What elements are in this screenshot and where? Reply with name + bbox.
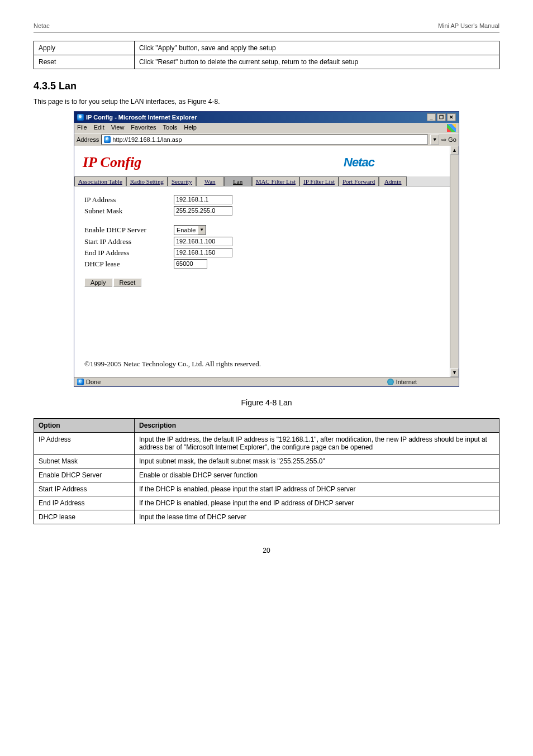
apply-button[interactable]: Apply [84,278,112,287]
page-number: 20 [34,547,499,554]
form-area: IP Address 192.168.1.1 Subnet Mask 255.2… [74,186,450,354]
start-ip-input[interactable]: 192.168.1.100 [174,237,232,246]
tab-radio-setting[interactable]: Radio Setting [126,176,168,186]
tab-security[interactable]: Security [168,176,196,186]
table-header: Description [135,419,499,433]
tab-bar: Association Table Radio Setting Security… [74,176,450,186]
minimize-button[interactable]: _ [427,113,436,121]
ip-address-label: IP Address [84,195,174,204]
address-dropdown-icon[interactable]: ▼ [430,135,439,145]
table-cell: Input the IP address, the default IP add… [135,433,499,454]
table-header: Option [34,419,135,433]
section-title: 4.3.5 Lan [34,80,499,92]
table-cell: Click "Reset" button to delete the curre… [135,55,499,69]
header-right: Mini AP User's Manual [438,22,499,29]
table-cell: IP Address [34,433,135,454]
close-button[interactable]: ✕ [447,113,456,121]
status-page-icon [77,379,84,385]
page-header: Netac Mini AP User's Manual [34,22,499,29]
maximize-button[interactable]: ❐ [437,113,446,121]
tab-association-table[interactable]: Association Table [74,176,126,186]
tab-mac-filter[interactable]: MAC Filter List [252,176,300,186]
vertical-scrollbar[interactable]: ▲ ▼ [450,146,459,377]
table-cell: If the DHCP is enabled, please input the… [135,482,499,496]
chevron-down-icon: ▼ [198,226,206,235]
tab-wan[interactable]: Wan [196,176,224,186]
table-cell: End IP Address [34,496,135,510]
scroll-up-icon[interactable]: ▲ [450,146,459,155]
table-cell: Enable DHCP Server [34,468,135,482]
table-cell: If the DHCP is enabled, please input the… [135,496,499,510]
page-icon [104,136,111,143]
page-title: IP Config [83,154,141,171]
status-zone: Internet [396,379,417,385]
dhcp-enable-label: Enable DHCP Server [84,226,174,235]
header-rule [34,32,499,32]
figure-caption: Figure 4-8 Lan [34,398,499,407]
go-label: Go [448,136,456,143]
windows-logo-icon [447,124,456,132]
table-cell: Apply [34,41,135,55]
dhcp-lease-input[interactable]: 65000 [174,259,207,269]
address-url: http://192.168.1.1/lan.asp [112,136,182,143]
table-cell: Reset [34,55,135,69]
window-title: IP Config - Microsoft Internet Explorer [86,114,197,121]
dhcp-lease-label: DHCP lease [84,260,174,269]
table-cell: Enable or disable DHCP server function [135,468,499,482]
menu-view[interactable]: View [111,124,125,132]
status-text: Done [86,379,101,385]
dhcp-enable-select[interactable]: Enable ▼ [174,225,206,235]
scroll-down-icon[interactable]: ▼ [450,368,459,377]
browser-screenshot: IP Config - Microsoft Internet Explorer … [74,111,459,387]
table-cell: Subnet Mask [34,454,135,468]
go-button[interactable]: ⇨ Go [441,136,456,143]
address-bar: Address http://192.168.1.1/lan.asp ▼ ⇨ G… [74,133,459,146]
end-ip-input[interactable]: 192.168.1.150 [174,248,232,257]
menu-edit[interactable]: Edit [94,124,104,132]
tab-admin[interactable]: Admin [379,176,407,186]
address-input[interactable]: http://192.168.1.1/lan.asp [101,135,428,145]
menu-favorites[interactable]: Favorites [131,124,156,132]
menu-help[interactable]: Help [184,124,197,132]
window-titlebar: IP Config - Microsoft Internet Explorer … [74,112,459,123]
internet-zone-icon [387,379,394,385]
tab-port-forward[interactable]: Port Forward [339,176,379,186]
top-table: Apply Click "Apply" button, save and app… [34,41,499,69]
tab-ip-filter[interactable]: IP Filter List [299,176,339,186]
copyright-text: ©1999-2005 Netac Technology Co., Ltd. Al… [74,354,450,377]
table-cell: Start IP Address [34,482,135,496]
netac-logo: Netac [344,155,441,170]
section-desc: This page is to for you setup the LAN in… [34,98,499,106]
menu-file[interactable]: File [77,124,87,132]
table-cell: Input the lease time of DHCP server [135,510,499,524]
go-icon: ⇨ [441,136,446,143]
ip-address-input[interactable]: 192.168.1.1 [174,195,232,204]
start-ip-label: Start IP Address [84,237,174,246]
reset-button[interactable]: Reset [113,278,142,287]
end-ip-label: End IP Address [84,248,174,257]
dhcp-enable-value: Enable [174,227,198,233]
options-table: Option Description IP Address Input the … [34,418,499,524]
header-left: Netac [34,22,50,29]
table-cell: DHCP lease [34,510,135,524]
menu-tools[interactable]: Tools [163,124,178,132]
subnet-mask-label: Subnet Mask [84,207,174,216]
subnet-mask-input[interactable]: 255.255.255.0 [174,206,232,216]
menu-bar: File Edit View Favorites Tools Help [74,123,459,133]
table-cell: Input subnet mask, the default subnet ma… [135,454,499,468]
address-label: Address [77,136,99,143]
table-cell: Click "Apply" button, save and apply the… [135,41,499,55]
status-bar: Done Internet [74,377,459,386]
tab-lan[interactable]: Lan [224,176,252,186]
ie-icon [77,114,84,121]
